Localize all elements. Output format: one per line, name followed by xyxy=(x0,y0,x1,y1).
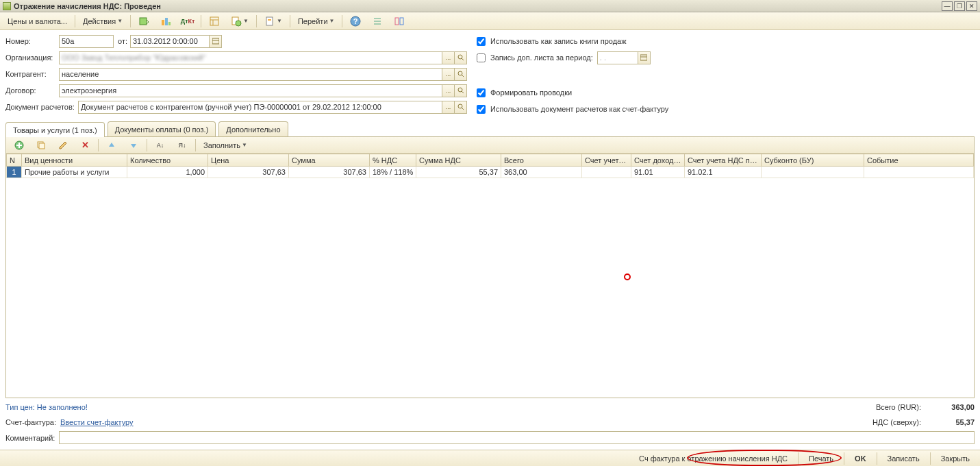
move-up-button[interactable] xyxy=(101,138,122,152)
help-button[interactable]: ? xyxy=(345,14,366,28)
col-qty[interactable]: Количество xyxy=(127,154,208,167)
dt-kt-button[interactable]: ДтКт xyxy=(177,14,198,28)
date-label: от: xyxy=(114,37,130,45)
org-search-icon[interactable] xyxy=(455,51,467,64)
org-select-icon[interactable]: ... xyxy=(442,51,455,64)
contr-input[interactable]: население xyxy=(59,68,442,81)
footer-area: Тип цен: Не заполнено! Всего (RUR):363,0… xyxy=(0,398,980,450)
chk-postings[interactable]: Формировать проводки xyxy=(474,86,572,99)
sf-link[interactable]: Ввести счет-фактуру xyxy=(60,418,134,426)
org-input[interactable]: ООО Завод Теплоприбор "Юдрасовский" xyxy=(59,51,442,64)
add-row-button[interactable] xyxy=(9,138,29,152)
col-total[interactable]: Всего xyxy=(501,154,582,167)
docr-search-icon[interactable] xyxy=(455,101,467,114)
tab-goods[interactable]: Товары и услуги (1 поз.) xyxy=(5,122,105,137)
svg-rect-3 xyxy=(168,22,171,25)
invoice-button[interactable]: Сч фактура к отражению начисления НДС xyxy=(633,452,794,465)
svg-point-8 xyxy=(236,21,241,26)
tabs: Товары и услуги (1 поз.) Документы оплат… xyxy=(0,121,980,136)
svg-rect-0 xyxy=(140,18,147,25)
settings-button[interactable] xyxy=(389,14,410,28)
svg-rect-28 xyxy=(640,55,647,60)
result-button[interactable] xyxy=(155,14,176,28)
col-price[interactable]: Цена xyxy=(208,154,289,167)
svg-rect-16 xyxy=(395,18,399,25)
sf-label: Счет-фактура: xyxy=(5,418,56,426)
docr-label: Документ расчетов: xyxy=(5,103,78,111)
col-pct[interactable]: % НДС xyxy=(370,154,416,167)
total-value: 363,00 xyxy=(927,403,975,411)
comment-label: Комментарий: xyxy=(5,434,59,442)
based-on-menu[interactable]: ▼ xyxy=(226,14,253,28)
svg-line-27 xyxy=(462,108,464,110)
print-button[interactable]: Печать xyxy=(803,452,840,465)
docr-select-icon[interactable]: ... xyxy=(442,101,455,114)
col-sub[interactable]: Субконто (БУ) xyxy=(762,154,864,167)
annotation-dot xyxy=(624,273,631,280)
org-label: Организация: xyxy=(5,53,59,62)
ok-button[interactable]: OK xyxy=(849,452,872,465)
svg-line-21 xyxy=(462,58,464,60)
goto-menu[interactable]: Перейти▼ xyxy=(293,14,340,28)
col-nds[interactable]: Сумма НДС xyxy=(416,154,501,167)
main-toolbar: Цены и валюта... Действия▼ ДтКт ▼ ▼ Пере… xyxy=(0,12,980,30)
dog-search-icon[interactable] xyxy=(455,84,467,97)
minimize-button[interactable]: — xyxy=(942,1,953,11)
date-input[interactable]: 31.03.2012 0:00:00 xyxy=(130,35,210,48)
chk-use-docr[interactable]: Использовать документ расчетов как счет-… xyxy=(474,103,668,116)
move-down-button[interactable] xyxy=(123,138,144,152)
col-acc1[interactable]: Счет учета (... xyxy=(582,154,631,167)
delete-row-button[interactable]: ✕ xyxy=(75,138,95,152)
contr-search-icon[interactable] xyxy=(455,68,467,81)
col-n[interactable]: N xyxy=(7,154,22,167)
tab-additional[interactable]: Дополнительно xyxy=(218,121,288,136)
number-label: Номер: xyxy=(5,37,59,45)
close-button[interactable]: ✕ xyxy=(966,1,977,11)
fill-menu[interactable]: Заполнить▼ xyxy=(199,138,252,152)
save-button[interactable]: Записать xyxy=(881,452,926,465)
sort-asc-button[interactable]: А↓ xyxy=(150,138,171,152)
close-form-button[interactable]: Закрыть xyxy=(935,452,976,465)
comment-input[interactable] xyxy=(59,431,975,444)
window-title: Отражение начисления НДС: Проведен xyxy=(14,2,940,10)
svg-rect-10 xyxy=(268,19,271,21)
number-input[interactable]: 50а xyxy=(59,35,114,48)
chk-add-sheet[interactable]: Запись доп. листа за период: xyxy=(474,51,593,64)
contr-select-icon[interactable]: ... xyxy=(442,68,455,81)
grid-toolbar: ✕ А↓ Я↓ Заполнить▼ xyxy=(6,137,974,154)
svg-text:?: ? xyxy=(353,17,358,25)
tab-payments[interactable]: Документы оплаты (0 поз.) xyxy=(108,121,216,136)
svg-rect-34 xyxy=(39,143,45,149)
post-button[interactable] xyxy=(134,14,154,28)
svg-rect-18 xyxy=(212,38,219,44)
actions-menu[interactable]: Действия▼ xyxy=(78,14,127,28)
tab-body: ✕ А↓ Я↓ Заполнить▼ N Вид ценности Количе… xyxy=(5,136,975,398)
sort-desc-button[interactable]: Я↓ xyxy=(172,138,192,152)
edit-row-button[interactable] xyxy=(53,138,73,152)
structure-button[interactable] xyxy=(204,14,225,28)
grid[interactable]: N Вид ценности Количество Цена Сумма % Н… xyxy=(6,154,974,398)
calendar-icon[interactable] xyxy=(210,35,222,48)
list-button[interactable] xyxy=(367,14,388,28)
form-area: Номер: 50а от: 31.03.2012 0:00:00 Органи… xyxy=(0,30,980,120)
period-input[interactable]: . . xyxy=(597,51,638,64)
total-label: Всего (RUR): xyxy=(876,403,921,411)
col-sum[interactable]: Сумма xyxy=(289,154,370,167)
copy-row-button[interactable] xyxy=(31,138,51,152)
col-vid[interactable]: Вид ценности xyxy=(22,154,127,167)
price-type-label: Тип цен: Не заполнено! xyxy=(5,403,88,411)
svg-rect-1 xyxy=(162,20,164,25)
period-calendar-icon[interactable] xyxy=(638,51,651,64)
contr-label: Контрагент: xyxy=(5,70,59,78)
table-row[interactable]: 1 Прочие работы и услуги 1,000 307,63 30… xyxy=(7,167,974,178)
maximize-button[interactable]: ❐ xyxy=(954,1,965,11)
prices-button[interactable]: Цены и валюта... xyxy=(3,14,72,28)
col-ev[interactable]: Событие xyxy=(864,154,974,167)
chk-sales-book[interactable]: Использовать как запись книги продаж xyxy=(474,35,627,48)
dog-input[interactable]: электроэнергия xyxy=(59,84,442,97)
report-menu[interactable]: ▼ xyxy=(260,14,287,28)
dog-select-icon[interactable]: ... xyxy=(442,84,455,97)
col-acc3[interactable]: Счет учета НДС по ... xyxy=(685,154,762,167)
docr-input[interactable]: Документ расчетов с контрагентом (ручной… xyxy=(78,101,442,114)
col-acc2[interactable]: Счет доходо... xyxy=(631,154,685,167)
